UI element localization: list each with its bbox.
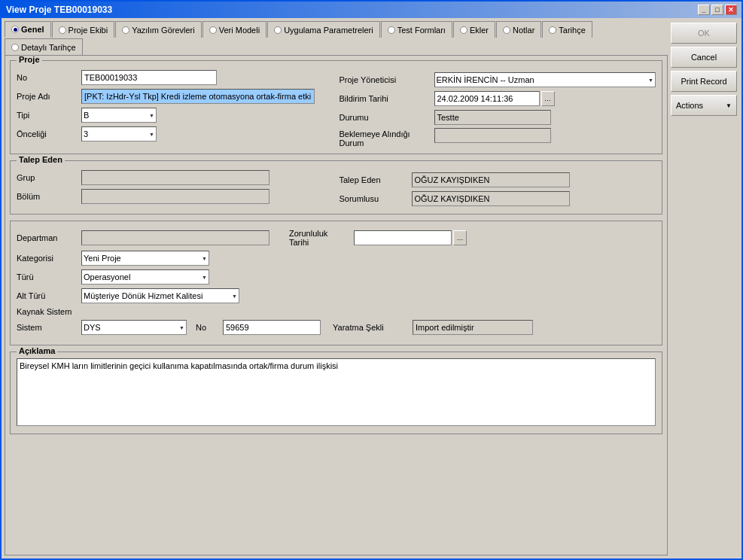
- onceligi-select[interactable]: 3 1 2 4 5: [81, 126, 157, 142]
- aciklama-label: Açıklama: [17, 346, 57, 355]
- turu-select[interactable]: Operasyonel Diğer: [81, 269, 209, 285]
- sistem-select[interactable]: DYS Diğer: [81, 320, 187, 335]
- tab-radio-ekler: [460, 26, 467, 34]
- tab-radio-tarihce: [549, 26, 556, 34]
- departman-label: Departman: [17, 233, 77, 242]
- sistem-label: Sistem: [17, 323, 77, 332]
- yaratma-sekli-label: Yaratma Şekli: [333, 323, 408, 332]
- tab-uygulama[interactable]: Uygulama Parametreleri: [267, 21, 380, 38]
- main-window: View Proje TEB00019033 _ □ ✕ Genel Proje…: [0, 0, 743, 560]
- tab-ekler-label: Ekler: [470, 26, 489, 35]
- proje-no-row: No: [17, 70, 333, 85]
- tab-tarihce-label: Tarihçe: [559, 26, 585, 35]
- proje-adi-input[interactable]: [81, 89, 315, 104]
- tipi-select[interactable]: B A C: [81, 108, 157, 123]
- tab-yazilim-label: Yazılım Görevleri: [132, 26, 195, 35]
- kaynak-sistem-row: Kaynak Sistem: [17, 307, 656, 316]
- kategorisi-select[interactable]: Yeni Proje Diğer: [81, 251, 209, 266]
- tab-genel[interactable]: Genel: [5, 21, 51, 38]
- proje-no-label: No: [17, 73, 77, 82]
- alt-turu-select[interactable]: Müşteriye Dönük Hizmet Kalitesi Diğer: [81, 288, 239, 303]
- turu-row: Türü Operasyonel Diğer: [17, 269, 656, 285]
- actions-button[interactable]: Actions ▼: [671, 95, 737, 116]
- durumu-label: Durumu: [340, 113, 430, 122]
- alt-turu-row: Alt Türü Müşteriye Dönük Hizmet Kalitesi…: [17, 288, 656, 303]
- grup-row: Grup: [17, 170, 333, 185]
- proje-yoneticisi-label: Proje Yöneticisi: [340, 75, 430, 84]
- tab-tarihce[interactable]: Tarihçe: [542, 21, 592, 38]
- print-record-button[interactable]: Print Record: [671, 71, 737, 92]
- close-button[interactable]: ✕: [725, 5, 737, 15]
- tab-radio-uygulama: [274, 26, 282, 34]
- window-title: View Proje TEB00019033: [6, 5, 112, 15]
- beklemeye-label: Beklemeye Alındığı Durum: [340, 128, 430, 148]
- zorunluluk-tarihi-input[interactable]: [354, 230, 452, 245]
- proje-section: Proje No Proje Yöneticisi: [10, 60, 662, 154]
- main-panel: Genel Proje Ekibi Yazılım Görevleri Veri…: [5, 21, 668, 555]
- durumu-input: [434, 110, 551, 125]
- form-area: Proje No Proje Yöneticisi: [5, 56, 668, 555]
- tab-radio-genel: [11, 26, 19, 33]
- tab-radio-test: [388, 26, 395, 34]
- tab-radio-veri-modeli: [209, 26, 217, 34]
- proje-no-input[interactable]: [81, 70, 217, 85]
- tab-veri-modeli-label: Veri Modeli: [219, 26, 260, 35]
- ok-label: OK: [698, 29, 710, 38]
- tipi-row: Tipi B A C: [17, 108, 333, 123]
- talep-eden-section: Talep Eden Grup Talep Eden: [10, 160, 662, 215]
- kategorisi-label: Kategorisi: [17, 254, 77, 263]
- tab-radio-notlar: [503, 26, 510, 34]
- sorumlusu-input: [412, 191, 570, 206]
- grup-input: [81, 170, 269, 185]
- tab-notlar[interactable]: Notlar: [496, 21, 541, 38]
- departman-input: [81, 230, 269, 245]
- talep-eden-label: Talep Eden: [340, 175, 407, 184]
- tab-radio-proje-ekibi: [59, 26, 66, 34]
- tab-yazilim[interactable]: Yazılım Görevleri: [115, 21, 202, 38]
- tab-test[interactable]: Test Formları: [381, 21, 452, 38]
- tab-notlar-label: Notlar: [513, 26, 534, 35]
- proje-adi-label: Proje Adı: [17, 92, 77, 101]
- no-label: No: [196, 323, 218, 332]
- alt-turu-label: Alt Türü: [17, 291, 77, 300]
- tab-ekler[interactable]: Ekler: [453, 21, 495, 38]
- minimize-button[interactable]: _: [698, 5, 710, 15]
- maximize-button[interactable]: □: [711, 5, 723, 15]
- tab-detayli-tarihce-label: Detaylı Tarihçe: [21, 43, 76, 52]
- zorunluluk-tarihi-calendar-button[interactable]: …: [453, 230, 467, 245]
- sorumlusu-label: Sorumlusu: [340, 194, 407, 203]
- onceligi-label: Önceliği: [17, 129, 77, 138]
- grup-label: Grup: [17, 173, 77, 182]
- proje-adi-row: Proje Adı: [17, 89, 333, 104]
- tabs-bar: Genel Proje Ekibi Yazılım Görevleri Veri…: [5, 21, 668, 56]
- tab-genel-label: Genel: [21, 25, 44, 34]
- no-input[interactable]: [223, 320, 321, 335]
- bildirim-tarihi-calendar-button[interactable]: …: [541, 91, 555, 106]
- beklemeye-input: [434, 128, 551, 143]
- tab-veri-modeli[interactable]: Veri Modeli: [202, 21, 266, 38]
- tab-proje-ekibi[interactable]: Proje Ekibi: [52, 21, 115, 38]
- kategorisi-row: Kategorisi Yeni Proje Diğer: [17, 251, 656, 266]
- actions-label: Actions: [676, 101, 703, 110]
- print-record-label: Print Record: [681, 77, 726, 86]
- title-bar-buttons: _ □ ✕: [698, 5, 737, 15]
- onceligi-row: Önceliği 3 1 2 4 5: [17, 126, 333, 142]
- tab-test-label: Test Formları: [397, 26, 446, 35]
- sistem-row: Sistem DYS Diğer No Yaratma Şekli: [17, 320, 656, 335]
- bolum-row: Bölüm: [17, 189, 333, 204]
- zorunluluk-tarihi-label: Zorunluluk Tarihi: [289, 229, 349, 247]
- bolum-input: [81, 189, 269, 204]
- cancel-button[interactable]: Cancel: [671, 47, 737, 68]
- bildirim-tarihi-input[interactable]: [434, 91, 540, 106]
- aciklama-textarea[interactable]: [17, 358, 656, 426]
- proje-section-label: Proje: [17, 56, 42, 64]
- tab-detayli-tarihce[interactable]: Detaylı Tarihçe: [5, 38, 83, 55]
- ok-button[interactable]: OK: [671, 23, 737, 44]
- tab-proje-ekibi-label: Proje Ekibi: [69, 26, 108, 35]
- actions-arrow-icon: ▼: [726, 102, 732, 109]
- talep-eden-input: [412, 172, 570, 187]
- aciklama-section: Açıklama: [10, 352, 662, 434]
- cancel-label: Cancel: [691, 53, 717, 62]
- right-panel: OK Cancel Print Record Actions ▼: [671, 21, 738, 555]
- proje-yoneticisi-select[interactable]: ERKİN İRENCİN -- Uzman: [434, 72, 656, 87]
